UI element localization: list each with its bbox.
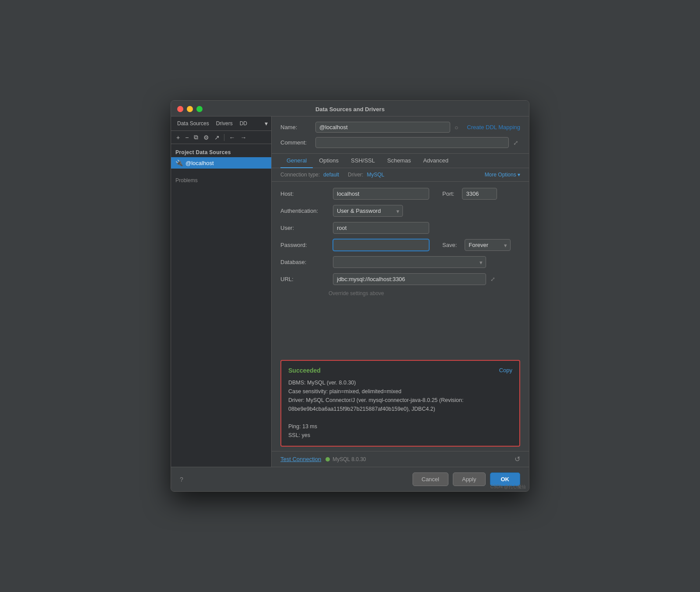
password-input[interactable] — [333, 239, 429, 251]
url-wrap: ⤢ — [333, 273, 520, 285]
minimize-button[interactable] — [187, 106, 193, 112]
refresh-button[interactable]: ↺ — [514, 455, 520, 463]
datasource-icon: 🔌 — [175, 159, 183, 166]
more-options-button[interactable]: More Options ▾ — [485, 172, 520, 178]
user-label: User: — [280, 225, 329, 231]
comment-expand-icon[interactable]: ⤢ — [511, 139, 520, 146]
test-connection-button[interactable]: Test Connection — [280, 456, 321, 462]
left-tab-dropdown-icon[interactable]: ▾ — [265, 120, 268, 127]
comment-label: Comment: — [280, 139, 315, 146]
url-row: URL: ⤢ — [280, 273, 520, 285]
problems-label: Problems — [175, 177, 198, 183]
database-label: Database: — [280, 259, 329, 265]
cancel-button[interactable]: Cancel — [413, 472, 448, 486]
auth-select[interactable]: User & Password No auth Username — [333, 205, 403, 217]
copy-button[interactable]: Copy — [499, 367, 512, 374]
host-label: Host: — [280, 190, 329, 197]
fields-area: Host: Port: Authentication: User & Passw… — [272, 182, 529, 360]
comment-input[interactable] — [315, 137, 509, 148]
user-input[interactable] — [333, 222, 429, 234]
tree-item-label: @localhost — [186, 160, 214, 166]
tab-data-sources[interactable]: Data Sources — [175, 119, 212, 128]
url-label: URL: — [280, 276, 329, 282]
back-button[interactable]: ← — [227, 133, 237, 142]
tab-options[interactable]: Options — [313, 154, 345, 168]
save-label: Save: — [442, 242, 457, 248]
close-button[interactable] — [177, 106, 183, 112]
window-controls — [177, 106, 203, 112]
main-content: Data Sources Drivers DD ▾ + − ⧉ ⚙ ↗ ← → — [171, 116, 529, 467]
help-icon[interactable]: ? — [180, 476, 183, 483]
auth-select-wrap: User & Password No auth Username — [333, 205, 403, 217]
name-label: Name: — [280, 124, 315, 130]
bottom-bar: Test Connection MySQL 8.0.30 ↺ — [272, 451, 529, 467]
title-bar: Data Sources and Drivers — [171, 101, 529, 116]
tree-item-localhost[interactable]: 🔌 @localhost — [171, 157, 271, 169]
remove-button[interactable]: − — [183, 133, 190, 142]
user-row: User: — [280, 222, 520, 234]
auth-row: Authentication: User & Password No auth … — [280, 205, 520, 217]
password-row: Password: Save: Forever Until restart Ne… — [280, 239, 520, 251]
dialog-footer: ? Cancel Apply OK — [171, 467, 529, 491]
comment-row: Comment: ⤢ — [280, 137, 520, 148]
tab-drivers[interactable]: Drivers — [214, 119, 235, 128]
override-hint: Override settings above — [329, 290, 520, 296]
name-input[interactable] — [315, 122, 450, 133]
save-select[interactable]: Forever Until restart Never — [465, 239, 511, 251]
driver-label: Driver: — [348, 172, 363, 178]
database-row: Database: — [280, 256, 520, 268]
driver-value[interactable]: MySQL — [367, 172, 384, 178]
left-tree: Project Data Sources 🔌 @localhost Proble… — [171, 144, 271, 467]
auth-label: Authentication: — [280, 208, 329, 214]
copy-button[interactable]: ⧉ — [192, 133, 200, 142]
tabs-bar: General Options SSH/SSL Schemas Advanced — [272, 154, 529, 168]
comment-input-wrap: ⤢ — [315, 137, 520, 148]
password-label: Password: — [280, 242, 329, 248]
conn-status-dot — [326, 457, 330, 462]
name-input-group: ○ — [315, 122, 460, 133]
create-ddl-link[interactable]: Create DDL Mapping — [467, 124, 520, 130]
save-select-wrap: Forever Until restart Never — [465, 239, 511, 251]
right-panel: Name: ○ Create DDL Mapping Comment: ⤢ — [272, 116, 529, 467]
port-input[interactable] — [462, 188, 497, 200]
left-tabs: Data Sources Drivers DD ▾ — [171, 116, 271, 131]
host-input[interactable] — [333, 188, 429, 200]
forward-button[interactable]: → — [238, 133, 248, 142]
settings-button[interactable]: ⚙ — [202, 133, 211, 142]
conn-status: MySQL 8.0.30 — [326, 456, 366, 462]
apply-button[interactable]: Apply — [453, 472, 486, 486]
maximize-button[interactable] — [196, 106, 203, 112]
tab-ssh-ssl[interactable]: SSH/SSL — [345, 154, 381, 168]
left-toolbar: + − ⧉ ⚙ ↗ ← → — [171, 131, 271, 144]
open-button[interactable]: ↗ — [213, 133, 221, 142]
result-status: Succeeded — [288, 367, 512, 374]
url-input[interactable] — [333, 273, 486, 285]
problems-section: Problems — [171, 169, 271, 192]
tab-general[interactable]: General — [280, 154, 313, 168]
tab-schemas[interactable]: Schemas — [381, 154, 417, 168]
database-select-wrap — [333, 256, 486, 268]
result-header: Copy Succeeded — [288, 367, 512, 374]
name-row: Name: ○ Create DDL Mapping — [280, 122, 520, 133]
url-expand-icon[interactable]: ⤢ — [489, 276, 497, 282]
conn-status-label: MySQL 8.0.30 — [332, 456, 366, 462]
name-expand-icon[interactable]: ○ — [453, 124, 460, 131]
tab-advanced[interactable]: Advanced — [417, 154, 455, 168]
conn-info-bar: Connection type: default Driver: MySQL M… — [272, 168, 529, 182]
database-select[interactable] — [333, 256, 486, 268]
dialog-title: Data Sources and Drivers — [315, 106, 385, 113]
add-button[interactable]: + — [175, 133, 182, 142]
tree-section-label: Project Data Sources — [171, 148, 271, 157]
result-text: DBMS: MySQL (ver. 8.0.30) Case sensitivi… — [288, 378, 512, 440]
conn-type-value[interactable]: default — [323, 172, 339, 178]
port-label: Port: — [442, 190, 454, 197]
left-panel: Data Sources Drivers DD ▾ + − ⧉ ⚙ ↗ ← → — [171, 116, 272, 467]
host-port-row: Host: Port: — [280, 188, 520, 200]
tab-dd[interactable]: DD — [237, 119, 250, 128]
form-header: Name: ○ Create DDL Mapping Comment: ⤢ — [272, 116, 529, 154]
result-box: Copy Succeeded DBMS: MySQL (ver. 8.0.30)… — [280, 360, 520, 447]
watermark: CSDN @扎心魔仙 — [490, 484, 526, 490]
conn-type-label: Connection type: — [280, 172, 320, 178]
toolbar-separator — [224, 134, 224, 141]
